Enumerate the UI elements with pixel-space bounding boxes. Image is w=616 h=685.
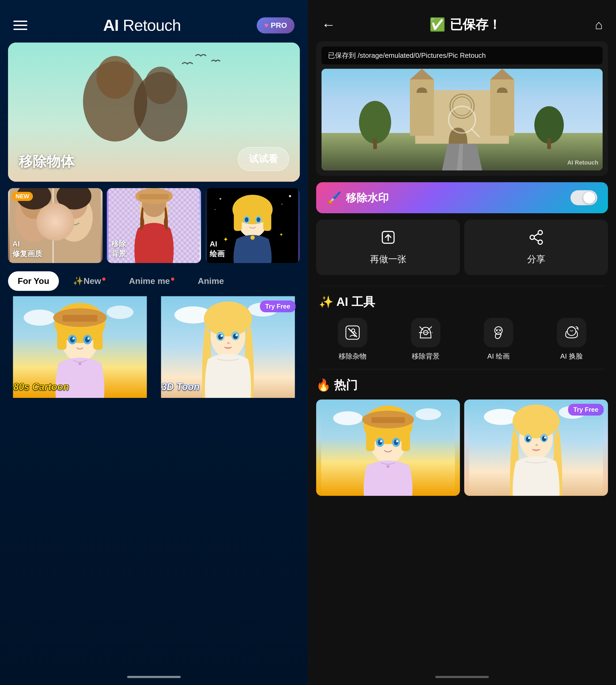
anime-card-3d-toon[interactable]: Try Free 3D Toon — [156, 296, 300, 398]
saved-check-icon: ✅ — [430, 17, 445, 32]
share-button[interactable]: 分享 — [464, 220, 608, 275]
right-bottom-indicator — [308, 669, 616, 685]
svg-point-108 — [416, 408, 441, 420]
svg-point-70 — [227, 342, 230, 344]
ai-tool-face-swap[interactable]: AI 换脸 — [557, 318, 586, 361]
section-divider-bottom — [319, 369, 605, 369]
ai-tool-ai-paint[interactable]: AI 绘画 — [484, 318, 513, 361]
svg-rect-51 — [63, 315, 97, 322]
hot-card-80s[interactable] — [316, 399, 460, 496]
watermark-toggle[interactable] — [571, 190, 597, 205]
tab-new-dot — [102, 277, 106, 281]
svg-point-2 — [96, 56, 134, 99]
watermark-label-group: 🖌️ 移除水印 — [327, 190, 389, 205]
ai-tool-4-icon — [557, 318, 586, 347]
feature-card-ai-paint[interactable]: ✦ ✦ AI绘画 — [205, 188, 300, 263]
svg-point-68 — [221, 335, 223, 337]
watermark-label: 移除水印 — [346, 190, 389, 205]
feature-card-bg-remove[interactable]: 移除背景 — [107, 188, 201, 263]
save-path-text: 已保存到 /storage/emulated/0/Pictures/Pic Re… — [328, 51, 486, 60]
hot-grid: Try Free — [316, 399, 608, 496]
saved-text: 已保存！ — [450, 16, 501, 33]
svg-point-56 — [72, 337, 75, 340]
result-watermark: AI Retouch — [567, 159, 598, 166]
home-button[interactable]: ⌂ — [595, 17, 602, 32]
bg-remove-card-inner: 移除背景 — [107, 188, 201, 263]
ai-tool-remove-bg[interactable]: 移除背景 — [411, 318, 440, 361]
hot-title: 🔥 热门 — [316, 377, 608, 393]
ai-tool-remove-objects[interactable]: 移除杂物 — [338, 318, 367, 361]
redo-label: 再做一张 — [370, 253, 406, 266]
anime-card-80s-label: 80s Cartoon — [14, 381, 69, 392]
svg-point-69 — [236, 334, 238, 336]
svg-rect-112 — [401, 426, 410, 451]
restore-card-inner: AI修复画质 — [8, 188, 103, 263]
hero-try-button[interactable]: 试试看 — [238, 147, 289, 171]
ai-tool-3-label: AI 绘画 — [487, 351, 510, 361]
redo-icon — [380, 229, 396, 249]
svg-point-58 — [79, 362, 82, 365]
hamburger-menu[interactable] — [14, 21, 27, 30]
right-panel: ← ✅ 已保存！ ⌂ 已保存到 /storage/emulated/0/Pict… — [308, 0, 616, 685]
svg-rect-83 — [547, 138, 551, 149]
tab-anime-me-dot — [171, 277, 174, 281]
back-button[interactable]: ← — [322, 17, 335, 33]
svg-point-63 — [204, 301, 252, 336]
anime-grid: 80s Cartoon — [8, 296, 300, 669]
bg-remove-label: 移除背景 — [111, 239, 126, 259]
svg-point-90 — [538, 240, 542, 244]
right-nav-bar — [435, 676, 489, 678]
watermark-toggle-row: 🖌️ 移除水印 — [316, 182, 608, 213]
hero-banner[interactable]: 移除物体 试试看 — [8, 43, 300, 182]
svg-rect-114 — [372, 417, 405, 423]
svg-point-107 — [333, 411, 363, 425]
heart-icon: ♥ — [264, 21, 269, 30]
share-label: 分享 — [527, 253, 545, 266]
svg-point-103 — [496, 330, 498, 331]
try-free-badge-3d: Try Free — [260, 300, 295, 312]
pro-badge-label: PRO — [271, 21, 287, 30]
svg-point-104 — [499, 330, 501, 331]
svg-line-91 — [534, 234, 538, 236]
redo-button[interactable]: 再做一张 — [316, 220, 460, 275]
hot-section: 🔥 热门 — [308, 377, 616, 669]
tab-new[interactable]: ✨New — [63, 271, 115, 291]
svg-point-121 — [387, 465, 390, 468]
tab-anime-me[interactable]: Anime me — [119, 271, 184, 291]
svg-point-45 — [107, 305, 134, 319]
svg-point-82 — [534, 106, 564, 144]
ai-tool-2-icon — [411, 318, 440, 347]
hot-card-3d-toon[interactable]: Try Free — [464, 399, 608, 496]
image-result-card: 已保存到 /storage/emulated/0/Pictures/Pic Re… — [316, 41, 608, 176]
app-title: AI Retouch — [103, 16, 181, 35]
watermark-brush-icon: 🖌️ — [327, 191, 342, 205]
svg-point-80 — [359, 101, 391, 144]
svg-point-44 — [24, 310, 56, 326]
svg-line-96 — [354, 332, 356, 334]
saved-status: ✅ 已保存！ — [430, 16, 501, 33]
svg-rect-81 — [373, 138, 377, 149]
feature-card-restore[interactable]: NEW AI修复画质 — [8, 188, 103, 263]
svg-point-55 — [85, 337, 90, 342]
anime-card-80s[interactable]: 80s Cartoon — [8, 296, 152, 398]
svg-point-126 — [513, 405, 560, 438]
restore-card-label: AI修复画质 — [12, 239, 42, 259]
left-home-bar — [127, 676, 181, 678]
tabs-row: For You ✨New Anime me Anime — [8, 271, 300, 291]
svg-rect-111 — [366, 426, 375, 451]
svg-rect-48 — [57, 323, 67, 350]
pro-badge[interactable]: ♥ PRO — [257, 17, 294, 33]
tab-anime[interactable]: Anime — [188, 271, 234, 291]
svg-point-119 — [380, 440, 382, 442]
svg-rect-49 — [93, 323, 103, 350]
left-header: AI Retouch ♥ PRO — [0, 0, 308, 43]
svg-point-88 — [538, 230, 542, 235]
result-image: AI Retouch — [322, 69, 602, 170]
feature-cards-row: NEW AI修复画质 — [8, 188, 300, 263]
ai-tool-1-label: 移除杂物 — [339, 351, 367, 361]
tab-for-you[interactable]: For You — [8, 271, 59, 291]
left-panel: AI Retouch ♥ PRO — [0, 0, 308, 685]
hot-card-80s-image — [316, 399, 460, 496]
svg-point-131 — [528, 437, 530, 439]
svg-point-54 — [70, 337, 75, 342]
